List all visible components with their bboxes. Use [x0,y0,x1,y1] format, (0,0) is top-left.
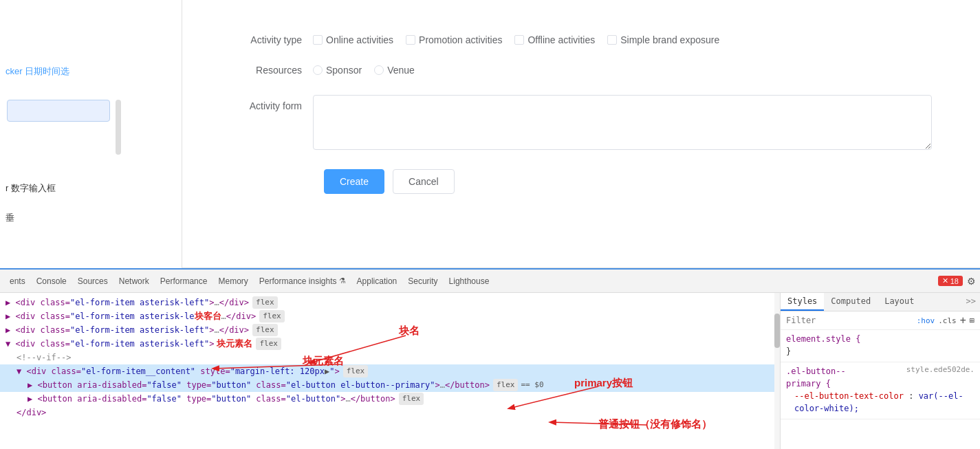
styles-selector-primary: .el-button--primary { [786,365,846,390]
styles-tab-more[interactable]: >> [962,293,980,311]
styles-prop-text-color: --el-button-text-color : var(--el-color-… [786,390,974,415]
styles-tab-styles[interactable]: Styles [781,293,824,311]
styles-selector-element: element.style { [786,333,974,345]
checkbox-offline[interactable]: Offline activities [514,34,595,45]
tab-lighthouse[interactable]: Lighthouse [444,272,495,290]
dom-scrollbar[interactable] [774,293,780,449]
radio-venue-circle[interactable] [374,65,384,75]
checkbox-brand[interactable]: Simple brand exposure [607,34,719,45]
styles-brace-close-element: } [786,345,974,358]
form-buttons-row: Create Cancel [324,169,959,194]
dom-line-3[interactable]: ▶ <div class="el-form-item asterisk-left… [0,323,780,337]
dom-line-8[interactable]: ▶ <button aria-disabled="false" type="bu… [0,392,780,406]
tab-memory[interactable]: Memory [213,272,253,290]
sidebar-date-picker-label: cker 日期时间选 [6,65,69,78]
dom-line-4[interactable]: ▼ <div class="el-form-item asterisk-left… [0,337,780,351]
sidebar-scrollbar [116,100,121,155]
radio-sponsor-circle[interactable] [313,65,323,75]
settings-icon[interactable]: ⚙ [967,276,976,287]
tab-network[interactable]: Network [113,272,155,290]
styles-panel: Styles Computed Layout >> [781,293,980,449]
checkbox-brand-label: Simple brand exposure [620,34,719,45]
tab-console[interactable]: Console [31,272,72,290]
tab-sources[interactable]: Sources [72,272,113,290]
styles-filter-row: :hov .cls + ⊞ [781,311,980,330]
cancel-button[interactable]: Cancel [393,169,455,194]
tab-security[interactable]: Security [402,272,443,290]
dom-line-5[interactable]: <!--v-if--> [0,351,780,364]
checkbox-promotion-label: Promotion activities [419,34,502,45]
activity-type-checkboxes: Online activities Promotion activities O… [313,34,719,45]
resources-label: Resources [237,65,313,76]
radio-venue[interactable]: Venue [374,65,415,76]
checkbox-online-label: Online activities [326,34,393,45]
dom-line-6[interactable]: ▼ <div class="el-form-item__content" sty… [0,364,780,378]
checkbox-brand-box[interactable] [607,35,617,45]
styles-rule-element: element.style { } [781,330,980,362]
devtools-tabs-bar: ents Console Sources Network Performance… [0,270,980,293]
styles-new-rule-icon[interactable]: ⊞ [970,316,974,325]
checkbox-promotion[interactable]: Promotion activities [406,34,502,45]
styles-filter-input[interactable] [786,316,913,325]
form-area: Activity type Online activities Promotio… [182,0,980,268]
styles-tab-layout[interactable]: Layout [878,293,921,311]
error-badge: ✕ 18 [938,276,963,286]
dom-line-9[interactable]: </div> [0,406,780,419]
radio-sponsor-label: Sponsor [326,65,362,76]
dom-line-7[interactable]: ▶ <button aria-disabled="false" type="bu… [0,378,780,392]
resources-radios: Sponsor Venue [313,65,415,76]
styles-add-icon[interactable]: + [960,314,966,327]
dom-line-2[interactable]: ▶ <div class="el-form-item asterisk-le 块… [0,309,780,323]
activity-form-label: Activity form [237,95,313,111]
sidebar-number-input-label: r 数字输入框 [6,182,56,195]
dom-line-1[interactable]: ▶ <div class="el-form-item asterisk-left… [0,296,780,309]
devtools-panel: ents Console Sources Network Performance… [0,268,980,449]
activity-form-row: Activity form [237,95,959,150]
create-button[interactable]: Create [324,169,384,194]
tab-application[interactable]: Application [351,272,403,290]
tab-performance[interactable]: Performance [155,272,213,290]
styles-filter-cls[interactable]: .cls [938,316,957,325]
styles-rule-primary: .el-button--primary { style.ede502de. --… [781,362,980,419]
tab-perf-insights[interactable]: Performance insights ⚗ [254,272,351,290]
resources-row: Resources Sponsor Venue [237,65,959,76]
styles-filter-pseudo[interactable]: :hov [917,316,935,325]
checkbox-offline-box[interactable] [514,35,524,45]
radio-sponsor[interactable]: Sponsor [313,65,362,76]
styles-tab-computed[interactable]: Computed [824,293,878,311]
radio-venue-label: Venue [387,65,415,76]
sidebar-extra-label: 垂 [6,212,14,224]
styles-tabs-bar: Styles Computed Layout >> [781,293,980,311]
checkbox-online[interactable]: Online activities [313,34,393,45]
sidebar-input-box[interactable] [7,100,110,122]
checkbox-online-box[interactable] [313,35,323,45]
styles-source-primary: style.ede502de. [906,365,974,390]
dom-panel: ▶ <div class="el-form-item asterisk-left… [0,293,781,449]
activity-type-label: Activity type [237,34,313,45]
beaker-icon: ⚗ [339,276,346,285]
activity-form-textarea[interactable] [313,95,932,150]
devtools-body: ▶ <div class="el-form-item asterisk-left… [0,293,980,449]
checkbox-promotion-box[interactable] [406,35,415,45]
tab-elements[interactable]: ents [4,272,31,290]
checkbox-offline-label: Offline activities [527,34,595,45]
activity-type-row: Activity type Online activities Promotio… [237,34,959,45]
